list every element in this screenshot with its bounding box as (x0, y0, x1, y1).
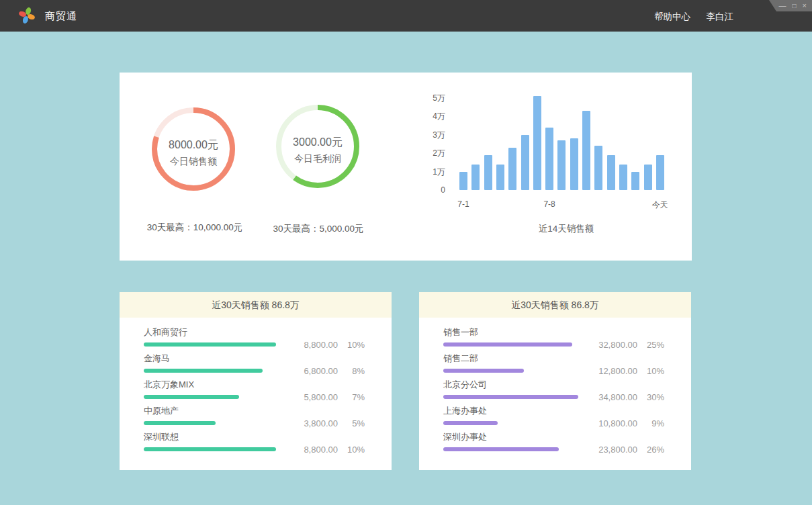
y-axis-tick: 4万 (433, 111, 445, 122)
list-item-value: 34,800.00 (584, 392, 637, 402)
minimize-icon[interactable]: — (779, 0, 786, 11)
y-axis-tick: 3万 (433, 129, 445, 140)
daily-sales-bar (545, 128, 553, 191)
list-item-label: 人和商贸行 (144, 326, 365, 340)
list-item: 深圳联想8,800.0010% (144, 431, 365, 457)
sales-14d-bar-chart: 近14天销售额 01万2万3万4万5万7-17-8今天 (120, 73, 692, 261)
list-item-value: 12,800.00 (584, 366, 637, 376)
list-item-percent: 8% (338, 366, 365, 376)
daily-sales-bar (570, 138, 578, 190)
daily-sales-bar (471, 165, 480, 191)
window-controls: — □ × (769, 0, 812, 11)
list-item-percent: 7% (338, 392, 365, 402)
list-item-label: 北京分公司 (443, 379, 664, 392)
list-item: 金海马6,800.008% (144, 353, 365, 379)
top-customers-rows: 人和商贸行8,800.0010%金海马6,800.008%北京万象MIX5,80… (120, 318, 392, 457)
x-axis-tick: 今天 (652, 199, 668, 211)
help-center-link[interactable]: 帮助中心 (654, 0, 690, 32)
top-departments-card: 近30天销售额 86.8万 销售一部32,800.0025%销售二部12,800… (419, 292, 691, 470)
daily-sales-bar (656, 155, 664, 190)
list-item: 销售一部32,800.0025% (443, 326, 664, 353)
list-item-bar (443, 395, 578, 399)
daily-sales-bar (496, 165, 504, 191)
list-item-label: 上海办事处 (443, 405, 664, 418)
close-icon[interactable]: × (803, 0, 807, 11)
list-item-percent: 10% (338, 445, 365, 455)
list-item: 销售二部12,800.0010% (443, 353, 664, 379)
list-item-bar (443, 369, 524, 373)
daily-sales-bar (619, 165, 627, 191)
top-customers-title: 近30天销售额 86.8万 (120, 292, 392, 318)
top-departments-title: 近30天销售额 86.8万 (419, 292, 691, 318)
top-customers-card: 近30天销售额 86.8万 人和商贸行8,800.0010%金海马6,800.0… (120, 292, 392, 470)
list-item-percent: 25% (637, 340, 664, 350)
daily-sales-bar (644, 165, 652, 191)
list-item-label: 中原地产 (144, 405, 365, 418)
list-item: 北京万象MIX5,800.007% (144, 379, 365, 405)
list-item-bar (144, 447, 276, 451)
list-item-label: 深圳联想 (144, 431, 365, 445)
daily-sales-bar (631, 172, 639, 191)
daily-sales-bar (508, 148, 516, 190)
y-axis-tick: 0 (441, 185, 445, 195)
list-item-bar (144, 369, 263, 373)
app-logo-pinwheel-icon (18, 7, 36, 24)
x-axis-tick: 7-1 (457, 199, 469, 209)
daily-sales-bar (594, 146, 602, 190)
x-axis-tick: 7-8 (543, 199, 555, 209)
daily-sales-bar (557, 140, 566, 190)
app-title: 商贸通 (45, 0, 77, 32)
list-item-label: 销售一部 (443, 326, 664, 340)
list-item: 北京分公司34,800.0030% (443, 379, 664, 405)
list-item-label: 深圳办事处 (443, 431, 664, 445)
list-item-value: 5,800.00 (284, 392, 338, 402)
maximize-icon[interactable]: □ (793, 0, 797, 11)
list-item-bar (144, 395, 239, 399)
list-item: 上海办事处10,800.009% (443, 405, 664, 431)
list-item-value: 32,800.00 (584, 340, 637, 350)
list-item-value: 23,800.00 (584, 445, 637, 455)
list-item-value: 3,800.00 (284, 418, 338, 428)
today-summary-card: 8000.00元 今日销售额 30天最高：10,000.00元 3000.00元… (120, 73, 692, 261)
list-item-percent: 5% (338, 418, 365, 428)
list-item-value: 6,800.00 (284, 366, 338, 376)
list-item-bar (443, 342, 572, 347)
daily-sales-bar (459, 172, 467, 191)
list-item-bar (443, 421, 498, 425)
list-item-label: 北京万象MIX (144, 379, 365, 392)
list-item-bar (144, 421, 216, 425)
list-item: 人和商贸行8,800.0010% (144, 326, 365, 353)
list-item-label: 销售二部 (443, 353, 664, 366)
daily-sales-bar (484, 155, 492, 190)
daily-sales-bar (582, 111, 590, 190)
list-item-value: 8,800.00 (284, 445, 338, 455)
list-item-percent: 9% (637, 418, 664, 428)
list-item-percent: 10% (338, 340, 365, 350)
sales-14d-chart-title: 近14天销售额 (459, 223, 673, 235)
list-item: 中原地产3,800.005% (144, 405, 365, 431)
list-item-percent: 30% (637, 392, 664, 402)
list-item-label: 金海马 (144, 353, 365, 366)
daily-sales-bar (521, 135, 529, 191)
list-item-value: 10,800.00 (584, 418, 637, 428)
y-axis-tick: 1万 (433, 166, 445, 177)
list-item-percent: 26% (637, 445, 664, 455)
list-item: 深圳办事处23,800.0026% (443, 431, 664, 457)
list-item-value: 8,800.00 (284, 340, 338, 350)
titlebar: 商贸通 帮助中心 李白江 — □ × (0, 0, 812, 32)
daily-sales-bar (607, 155, 615, 190)
top-departments-rows: 销售一部32,800.0025%销售二部12,800.0010%北京分公司34,… (419, 318, 691, 457)
list-item-bar (443, 447, 559, 451)
current-user-link[interactable]: 李白江 (707, 0, 734, 32)
list-item-percent: 10% (637, 366, 664, 376)
y-axis-tick: 5万 (433, 92, 445, 103)
daily-sales-bar (533, 96, 541, 190)
y-axis-tick: 2万 (433, 148, 445, 159)
list-item-bar (144, 342, 276, 347)
